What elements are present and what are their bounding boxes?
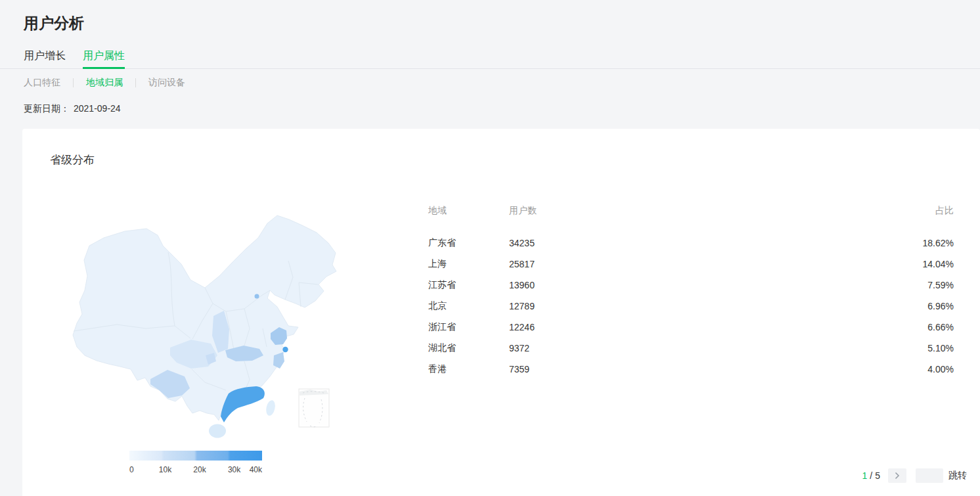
region-cell: 江苏省 — [428, 279, 509, 291]
table-body: 广东省 34235 18.62% 上海 25817 14.04% 江苏省 139… — [428, 233, 954, 380]
province-beijing[interactable] — [255, 294, 259, 299]
users-cell: 13960 — [509, 280, 901, 290]
tab-user-attributes[interactable]: 用户属性 — [83, 49, 125, 68]
region-cell: 广东省 — [428, 237, 509, 249]
legend-tick: 10k — [159, 465, 171, 474]
percent-cell: 4.00% — [901, 364, 954, 374]
page-indicator: 1 / 5 — [862, 470, 880, 481]
subtab-divider — [135, 78, 136, 87]
table-header: 地域 用户数 占比 — [428, 204, 954, 217]
chevron-right-icon — [895, 472, 900, 480]
legend-tick: 30k — [228, 465, 240, 474]
percent-cell: 5.10% — [901, 343, 954, 353]
pagination: 1 / 5 跳转 — [862, 468, 967, 483]
subtab-devices[interactable]: 访问设备 — [148, 77, 185, 89]
column-header-region: 地域 — [428, 204, 509, 217]
region-cell: 浙江省 — [428, 321, 509, 333]
column-header-users: 用户数 — [509, 204, 901, 217]
next-page-button[interactable] — [888, 468, 906, 483]
legend-tick: 20k — [193, 465, 206, 474]
subtab-region[interactable]: 地域归属 — [86, 77, 123, 89]
table-row: 广东省 34235 18.62% — [428, 233, 954, 254]
region-cell: 上海 — [428, 258, 509, 270]
table-row: 香港 7359 4.00% — [428, 359, 954, 380]
users-cell: 12789 — [509, 301, 901, 311]
percent-cell: 14.04% — [901, 259, 954, 269]
region-table: 地域 用户数 占比 广东省 34235 18.62% 上海 25817 14.0… — [428, 204, 954, 380]
table-row: 北京 12789 6.96% — [428, 296, 954, 317]
percent-cell: 7.59% — [901, 280, 954, 290]
legend-tick: 0 — [129, 465, 134, 474]
total-pages: 5 — [875, 470, 880, 481]
percent-cell: 6.96% — [901, 301, 954, 311]
china-choropleth-map[interactable] — [39, 197, 355, 447]
users-cell: 12246 — [509, 322, 901, 332]
users-cell: 25817 — [509, 259, 901, 269]
table-row: 江苏省 13960 7.59% — [428, 275, 954, 296]
legend-tick: 40k — [250, 465, 262, 474]
page-title: 用户分析 — [0, 0, 980, 33]
province-shanghai[interactable] — [282, 347, 288, 352]
main-tab-bar: 用户增长 用户属性 — [0, 49, 980, 69]
card-title: 省级分布 — [50, 152, 95, 168]
table-row: 浙江省 12246 6.66% — [428, 317, 954, 338]
column-header-percent: 占比 — [901, 204, 954, 217]
province-distribution-card: 省级分布 — [22, 129, 980, 496]
region-cell: 北京 — [428, 300, 509, 312]
table-row: 上海 25817 14.04% — [428, 254, 954, 275]
legend-gradient-bar — [129, 451, 262, 461]
users-cell: 34235 — [509, 238, 901, 248]
update-date-row: 更新日期：2021-09-24 — [0, 103, 980, 115]
legend-tick-labels: 0 10k 20k 30k 40k — [129, 465, 262, 476]
jump-button[interactable]: 跳转 — [948, 470, 967, 482]
table-row: 湖北省 9372 5.10% — [428, 338, 954, 359]
users-cell: 7359 — [509, 364, 901, 374]
percent-cell: 18.62% — [901, 238, 954, 248]
page-separator: / — [870, 470, 872, 481]
subtab-demographics[interactable]: 人口特征 — [24, 77, 60, 89]
region-cell: 湖北省 — [428, 342, 509, 354]
current-page: 1 — [862, 470, 868, 481]
map-legend: 0 10k 20k 30k 40k — [129, 451, 262, 476]
province-taiwan[interactable] — [265, 399, 277, 417]
china-outline[interactable] — [73, 215, 336, 420]
percent-cell: 6.66% — [901, 322, 954, 332]
sub-tab-bar: 人口特征 地域归属 访问设备 — [0, 77, 980, 89]
users-cell: 9372 — [509, 343, 901, 353]
update-date-label: 更新日期： — [24, 103, 70, 114]
page-jump-input[interactable] — [916, 468, 943, 483]
update-date-value: 2021-09-24 — [74, 103, 121, 114]
south-china-sea-inset — [299, 389, 329, 427]
subtab-divider — [73, 78, 74, 87]
tab-user-growth[interactable]: 用户增长 — [24, 49, 66, 68]
region-cell: 香港 — [428, 363, 509, 375]
province-hainan[interactable] — [209, 424, 226, 438]
